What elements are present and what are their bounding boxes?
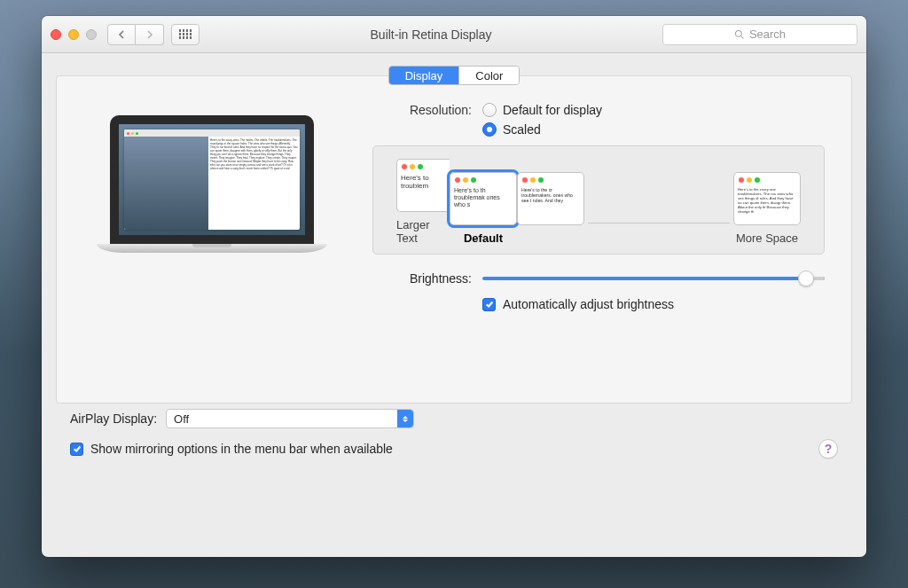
tab-display[interactable]: Display xyxy=(389,67,459,84)
radio-label: Default for display xyxy=(503,103,602,117)
tab-color[interactable]: Color xyxy=(458,67,519,84)
mirroring-label: Show mirroring options in the menu bar w… xyxy=(90,442,393,456)
scale-resolution-picker: Here's to troublem Larger Text Here's to… xyxy=(372,145,825,255)
scale-option-default[interactable]: Here's to th troublemak ones who s Defau… xyxy=(450,172,517,245)
svg-line-1 xyxy=(740,35,743,38)
auto-brightness-label: Automatically adjust brightness xyxy=(503,297,674,311)
nav-buttons xyxy=(107,24,164,45)
chevron-right-icon xyxy=(145,30,153,39)
display-settings: Resolution: Default for display Scaled xyxy=(367,103,825,358)
radio-scaled[interactable]: Scaled xyxy=(482,122,602,137)
preferences-window: Built-in Retina Display Search Display C… xyxy=(42,16,866,557)
resolution-row: Resolution: Default for display Scaled xyxy=(367,103,825,137)
radio-default-for-display[interactable]: Default for display xyxy=(482,103,602,117)
svg-point-0 xyxy=(735,30,741,36)
scale-label: Larger Text xyxy=(396,218,450,245)
radio-label: Scaled xyxy=(503,122,541,137)
checkbox-icon xyxy=(482,298,496,311)
auto-brightness-checkbox[interactable]: Automatically adjust brightness xyxy=(482,297,825,311)
window-controls xyxy=(51,29,97,40)
tab-control: Display Color xyxy=(388,66,521,85)
slider-knob-icon[interactable] xyxy=(798,270,814,286)
forward-button[interactable] xyxy=(136,24,164,45)
scale-label xyxy=(549,231,552,245)
bottom-section: AirPlay Display: Off Show mirroring opti… xyxy=(56,404,852,471)
grid-icon xyxy=(179,29,192,38)
zoom-icon xyxy=(86,29,97,40)
help-button[interactable]: ? xyxy=(818,439,838,459)
back-button[interactable] xyxy=(107,24,136,45)
search-placeholder: Search xyxy=(749,27,786,41)
show-all-button[interactable] xyxy=(171,24,200,45)
airplay-value: Off xyxy=(174,412,189,426)
airplay-select[interactable]: Off xyxy=(166,409,414,428)
scale-option-larger-text[interactable]: Here's to troublem Larger Text xyxy=(396,159,450,245)
search-icon xyxy=(734,29,745,40)
resolution-label: Resolution: xyxy=(367,103,472,117)
radio-icon xyxy=(482,122,497,137)
select-stepper-icon xyxy=(397,410,413,427)
scale-label: More Space xyxy=(736,231,798,245)
checkbox-icon xyxy=(70,443,83,456)
scale-label: Default xyxy=(464,231,503,245)
mirroring-checkbox[interactable]: Show mirroring options in the menu bar w… xyxy=(70,442,393,456)
search-input[interactable]: Search xyxy=(662,24,857,45)
window-title: Built-in Retina Display xyxy=(207,27,655,42)
brightness-slider[interactable] xyxy=(482,270,825,286)
airplay-row: AirPlay Display: Off xyxy=(70,409,838,428)
scale-option-mid[interactable]: Here's to the cr troublemakers. ones who… xyxy=(517,172,584,245)
titlebar: Built-in Retina Display Search xyxy=(42,16,866,53)
brightness-row: Brightness: xyxy=(367,270,825,286)
close-icon[interactable] xyxy=(51,29,61,40)
laptop-illustration: Here's to the crazy ones. The misfits. T… xyxy=(83,103,340,358)
airplay-label: AirPlay Display: xyxy=(70,412,157,426)
scale-divider xyxy=(588,223,730,223)
radio-icon xyxy=(482,103,497,117)
minimize-icon[interactable] xyxy=(68,29,79,40)
chevron-left-icon xyxy=(118,30,126,39)
content-area: Display Color Here's to the crazy ones. … xyxy=(42,53,866,557)
scale-option-more-space[interactable]: Here's to the crazy one troublemakers. T… xyxy=(733,172,801,245)
brightness-label: Brightness: xyxy=(367,271,472,286)
display-panel: Here's to the crazy ones. The misfits. T… xyxy=(56,75,852,404)
